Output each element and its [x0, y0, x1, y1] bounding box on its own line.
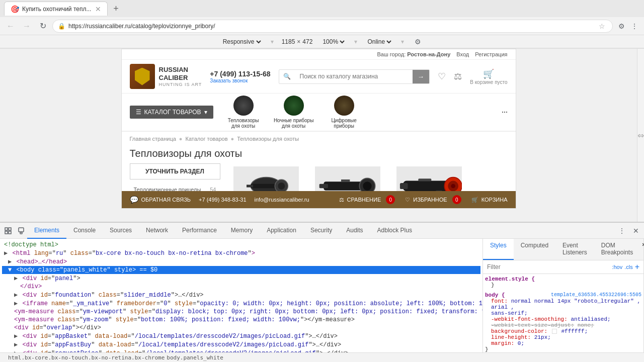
dom-line-foundation[interactable]: ▶ <div id="foundation" class="slider_mid… [2, 291, 480, 299]
forward-button[interactable]: → [20, 20, 33, 33]
svg-rect-18 [418, 178, 431, 181]
dom-line-overlap[interactable]: <div id="overlap"></div> [2, 324, 480, 332]
compare-icon-header[interactable]: ⚖ [454, 71, 462, 82]
online-select[interactable]: Online [365, 38, 393, 46]
dom-line-iframe[interactable]: ▶ <iframe name="_ym_native" frameborder=… [2, 299, 480, 308]
cart-bottom-icon: 🛒 [471, 197, 478, 203]
head-arrow[interactable]: ▶ [8, 258, 12, 265]
nav-item-thermal[interactable]: Тепловизоры для охоты [223, 96, 264, 129]
cart-item[interactable]: 🛒 КОРЗИНА [471, 197, 508, 203]
favorites-icon-header[interactable]: ♡ [438, 71, 446, 82]
device-toolbar-btn[interactable] [15, 225, 27, 237]
bookmark-star[interactable]: ☆ [599, 22, 605, 30]
back-button[interactable]: ← [4, 20, 17, 33]
tab-console[interactable]: Console [66, 223, 103, 239]
styles-add-rule-btn[interactable]: + [635, 262, 639, 272]
tab-sources[interactable]: Sources [103, 223, 139, 239]
styles-prop-font-cont: sans-serif; [485, 310, 641, 316]
search-button[interactable]: → [413, 70, 429, 83]
styles-content: element.style { } body { template_636536… [483, 274, 643, 352]
devtools-settings-btn[interactable]: ⋮ [616, 225, 628, 237]
html-arrow[interactable]: ▶ [4, 250, 8, 257]
tab-performance[interactable]: Performance [175, 223, 224, 239]
site-logo[interactable]: RUSSIAN CALIBER HUNTING IS ART [130, 64, 202, 89]
inspect-element-btn[interactable] [2, 225, 14, 237]
styles-tab-styles[interactable]: Styles [483, 239, 514, 260]
dom-line-doctype[interactable]: <!doctype html> [2, 241, 480, 249]
svg-rect-22 [5, 231, 8, 234]
styles-pseudo-hover[interactable]: :hov [612, 264, 622, 270]
dom-line-head[interactable]: ▶ <head>…</head> [2, 257, 480, 266]
address-bar[interactable]: 🔒 https://russiancaliber.ru/catalog/tepl… [52, 20, 613, 33]
dom-line-appfastbuy[interactable]: ▶ <div id="appFastBuy" data-load="/local… [2, 340, 480, 349]
menu-btn[interactable]: ⋮ [629, 21, 640, 32]
dom-line-ym-viewport[interactable]: <ym-measure class="ym-viewport" style="d… [2, 308, 480, 316]
dom-line-panel-close[interactable]: </div> [2, 283, 480, 291]
refresh-button[interactable]: ↻ [36, 20, 49, 33]
styles-tab-computed[interactable]: Computed [514, 239, 555, 260]
browser-chrome: 🎯 Купить охотничий тепл... ✕ + ← → ↻ 🔒 h… [0, 0, 644, 49]
outer-frame: Ваш город: Ростов-на-Дону Вход Регистрац… [0, 49, 644, 362]
filter-button[interactable]: УТОЧНИТЬ РАЗДЕЛ [130, 163, 220, 179]
new-tab-button[interactable]: + [110, 3, 122, 15]
browser-action-buttons: ⚙ ⋮ [616, 21, 640, 32]
path-html[interactable]: html.bx-core.bx-no-touch.bx-no-retina.bx… [8, 354, 165, 361]
resize-handle[interactable]: ⇔ [637, 49, 644, 222]
dom-line-panel[interactable]: ▶ <div id="panel"> [2, 274, 480, 283]
zoom-select[interactable]: 100% [320, 38, 346, 46]
register-link[interactable]: Регистрация [475, 51, 507, 57]
browser-toolbar: ← → ↻ 🔒 https://russiancaliber.ru/catalo… [0, 17, 644, 35]
responsive-select[interactable]: Responsive [221, 38, 263, 46]
breadcrumb-home[interactable]: Главная страница [130, 136, 176, 142]
search-icon: 🔍 [279, 73, 295, 80]
svg-rect-20 [5, 228, 8, 230]
styles-pseudo-cls[interactable]: .cls [624, 264, 633, 270]
catalog-button[interactable]: ☰ КАТАЛОГ ТОВАРОВ ▾ [130, 106, 213, 119]
dom-line-ym-zoom[interactable]: <ym-measure class="ym-zoom" style="botto… [2, 316, 480, 324]
favorites-item[interactable]: ♡ ИЗБРАННОЕ 0 [405, 195, 461, 204]
tab-memory[interactable]: Memory [224, 223, 260, 239]
phone-action[interactable]: Заказать звонок [210, 78, 270, 83]
tab-favicon: 🎯 [11, 5, 19, 13]
tab-close-btn[interactable]: ✕ [95, 5, 101, 13]
cart-icon-header[interactable]: 🛒 В корзине пусто [470, 68, 507, 85]
extensions-btn[interactable]: ⚙ [616, 21, 627, 32]
dom-line-appbasket[interactable]: ▶ <div id="appBasket" data-load="/local/… [2, 332, 480, 340]
breadcrumb-catalog[interactable]: Каталог товаров [186, 136, 228, 142]
settings-icon[interactable]: ⚙ [412, 36, 423, 47]
tab-adblock[interactable]: Adblock Plus [370, 223, 419, 239]
compare-count: 0 [386, 195, 395, 204]
content-area: Ваш город: Ростов-на-Дону Вход Регистрац… [0, 49, 644, 222]
devtools-panel: Elements Console Sources Network Perform… [0, 222, 644, 362]
devtools-close-btn[interactable]: ✕ [630, 225, 642, 237]
site-top-bar: Ваш город: Ростов-на-Дону Вход Регистрац… [122, 49, 516, 60]
compare-item[interactable]: ⚖ СРАВНЕНИЕ 0 [339, 195, 395, 204]
site-nav: ☰ КАТАЛОГ ТОВАРОВ ▾ Тепловизоры для охот… [122, 94, 516, 132]
styles-filter-input[interactable] [487, 263, 610, 270]
dom-breadcrumb-path: html.bx-core.bx-no-touch.bx-no-retina.bx… [4, 353, 227, 362]
dom-line-body[interactable]: ▼ <body class="panels_white" style> == $… [2, 266, 480, 274]
tab-audits[interactable]: Audits [339, 223, 370, 239]
feedback-item[interactable]: 💬 ОБРАТНАЯ СВЯЗЬ [130, 196, 191, 204]
dom-line-requestprice[interactable]: ▶ <div id="requestPrice" data-load="/loc… [2, 349, 480, 352]
login-link[interactable]: Вход [456, 51, 469, 57]
tab-security[interactable]: Security [303, 223, 339, 239]
styles-tab-event-listeners[interactable]: Event Listeners [555, 239, 594, 260]
nav-item-night[interactable]: Ночные приборы для охоты [274, 96, 314, 129]
tab-elements[interactable]: Elements [27, 223, 66, 239]
site-search[interactable]: 🔍 → [279, 69, 430, 84]
styles-prop-lineheight: line-height: 21px; [485, 334, 641, 340]
search-input[interactable] [295, 70, 413, 83]
responsive-bar: Responsive ▾ 1185 × 472 100% ▾ Online ▾ … [0, 35, 644, 48]
svg-rect-24 [19, 228, 24, 232]
tab-network[interactable]: Network [139, 223, 175, 239]
dom-line-html[interactable]: ▶ <html lang="ru" class="bx-core bx-no-t… [2, 249, 480, 257]
path-body[interactable]: body.panels_white [167, 354, 223, 361]
browser-tab[interactable]: 🎯 Купить охотничий тепл... ✕ [4, 2, 108, 16]
nav-item-digital[interactable]: Цифровые приборы [324, 96, 364, 129]
tab-application[interactable]: Application [260, 223, 303, 239]
more-nav-btn[interactable]: ⋯ [502, 109, 508, 116]
styles-expand-btn[interactable]: » [640, 239, 644, 260]
styles-tab-dom-breakpoints[interactable]: DOM Breakpoints [594, 239, 640, 260]
svg-rect-10 [319, 184, 328, 189]
